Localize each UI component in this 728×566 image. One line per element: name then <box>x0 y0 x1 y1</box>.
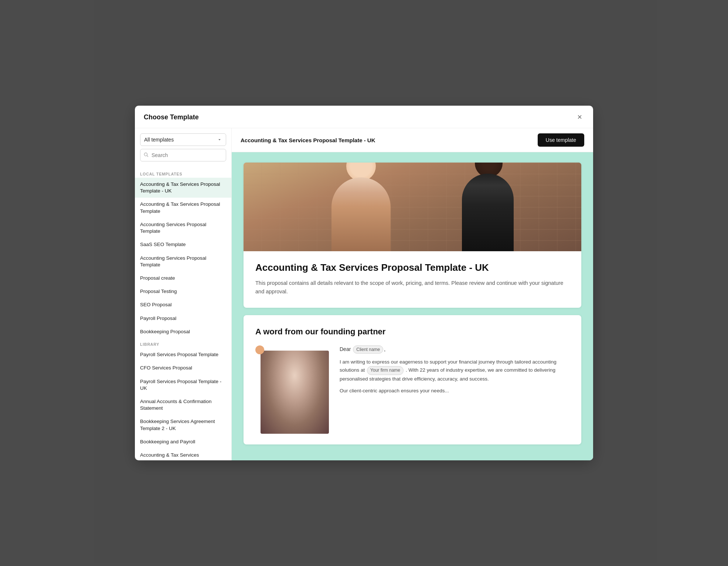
sidebar-item-bkp[interactable]: Bookkeeping and Payroll <box>135 435 231 449</box>
founding-image-area <box>255 345 329 434</box>
preview-description: This proposal contains all details relev… <box>255 279 569 296</box>
sidebar-item-seo[interactable]: SEO Proposal <box>135 298 231 311</box>
sidebar-item-saas-seo[interactable]: SaaS SEO Template <box>135 238 231 251</box>
client-name-placeholder: Client name <box>353 345 383 354</box>
preview-card-main: Accounting & Tax Services Proposal Templ… <box>244 163 581 308</box>
use-template-button[interactable]: Use template <box>538 133 584 147</box>
founding-para-2: Our client-centric approach ensures your… <box>340 387 569 395</box>
sidebar-item-pspt-uk[interactable]: Payroll Services Proposal Template - UK <box>135 375 231 395</box>
search-box <box>140 149 226 161</box>
hero-image-area <box>244 163 581 251</box>
founding-dot-decoration <box>255 345 264 354</box>
sidebar-item-pc[interactable]: Proposal create <box>135 272 231 285</box>
modal-header: Choose Template × <box>135 106 593 128</box>
person-right-body <box>462 174 514 251</box>
sidebar-item-asp2[interactable]: Accounting Services Proposal Template <box>135 252 231 272</box>
sidebar: All templates Local templates Library LO… <box>135 128 232 460</box>
founding-para-1: I am writing to express our eagerness to… <box>340 358 569 383</box>
content-header-title: Accounting & Tax Services Proposal Templ… <box>241 137 375 143</box>
sidebar-item-ats[interactable]: Accounting & Tax Services <box>135 449 231 460</box>
founding-content: Dear Client name, I am writing to expres… <box>255 345 569 434</box>
sidebar-item-aacs[interactable]: Annual Accounts & Confirmation Statement <box>135 395 231 415</box>
sidebar-item-bksa-uk[interactable]: Bookkeeping Services Agreement Template … <box>135 415 231 435</box>
sidebar-item-cfo[interactable]: CFO Services Proposal <box>135 361 231 375</box>
section-label-local: LOCAL TEMPLATES <box>135 168 231 178</box>
founding-partner-card: A word from our founding partner Dear <box>244 315 581 444</box>
filter-select[interactable]: All templates Local templates Library <box>140 133 226 146</box>
hero-bg <box>244 163 581 251</box>
preview-heading: Accounting & Tax Services Proposal Templ… <box>255 262 569 274</box>
content-scroll: Accounting & Tax Services Proposal Templ… <box>232 152 593 460</box>
modal-title: Choose Template <box>144 113 199 121</box>
sidebar-item-pt[interactable]: Proposal Testing <box>135 285 231 298</box>
modal-overlay: Choose Template × All templates Local te… <box>0 0 728 566</box>
close-button[interactable]: × <box>575 112 584 122</box>
content-header: Accounting & Tax Services Proposal Templ… <box>232 128 593 152</box>
founding-photo <box>261 351 329 434</box>
section-label-library: LIBRARY <box>135 338 231 348</box>
founding-photo-inner <box>261 351 329 434</box>
sidebar-item-asp[interactable]: Accounting Services Proposal Template <box>135 218 231 238</box>
choose-template-modal: Choose Template × All templates Local te… <box>135 106 593 460</box>
sidebar-item-pspt[interactable]: Payroll Services Proposal Template <box>135 348 231 361</box>
sidebar-top: All templates Local templates Library <box>135 128 231 166</box>
sidebar-item-payroll[interactable]: Payroll Proposal <box>135 312 231 325</box>
sidebar-item-at-uk[interactable]: Accounting & Tax Services Proposal Templ… <box>135 178 231 198</box>
sidebar-list: LOCAL TEMPLATES Accounting & Tax Service… <box>135 166 231 460</box>
preview-body: Accounting & Tax Services Proposal Templ… <box>244 251 581 308</box>
firm-name-placeholder: Your firm name <box>367 366 404 375</box>
sidebar-item-at[interactable]: Accounting & Tax Services Proposal Templ… <box>135 198 231 218</box>
modal-body: All templates Local templates Library LO… <box>135 128 593 460</box>
founding-heading: A word from our founding partner <box>255 327 569 337</box>
dear-line: Dear Client name, <box>340 345 569 354</box>
founding-text-area: Dear Client name, I am writing to expres… <box>340 345 569 399</box>
person-left-body <box>331 177 391 251</box>
main-content: Accounting & Tax Services Proposal Templ… <box>232 128 593 460</box>
sidebar-item-bk[interactable]: Bookkeeping Proposal <box>135 325 231 338</box>
search-input[interactable] <box>140 149 226 161</box>
dear-prefix: Dear <box>340 346 351 352</box>
